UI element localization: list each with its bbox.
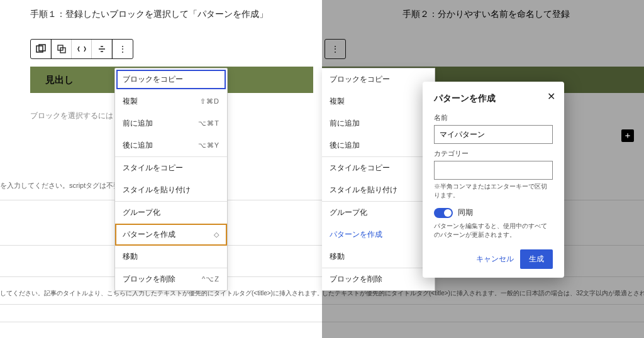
step2-label: 手順２：分かりやすい名前を命名して登録 bbox=[402, 9, 570, 20]
menu-copy-style[interactable]: スタイルをコピー bbox=[115, 157, 227, 179]
menu-delete[interactable]: ブロックを削除^⌥Z bbox=[115, 268, 227, 290]
menu-group[interactable]: グループ化 bbox=[322, 202, 435, 224]
menu-add-before[interactable]: 前に追加 bbox=[322, 112, 435, 134]
diamond-icon: ◇ bbox=[214, 231, 219, 239]
category-hint: ※半角コンマまたはエンターキーで区切ります。 bbox=[434, 182, 553, 200]
menu-create-pattern[interactable]: パターンを作成◇ bbox=[115, 224, 227, 246]
block-options-menu: ブロックをコピー 複製⇧⌘D 前に追加⌥⌘T 後に追加⌥⌘Y スタイルをコピー … bbox=[114, 68, 228, 291]
cancel-button[interactable]: キャンセル bbox=[476, 254, 514, 264]
name-field[interactable] bbox=[434, 125, 553, 144]
menu-add-before[interactable]: 前に追加⌥⌘T bbox=[115, 112, 227, 134]
create-pattern-modal: ✕ パターンを作成 名前 カテゴリー ※半角コンマまたはエンターキーで区切ります… bbox=[423, 82, 564, 278]
category-label: カテゴリー bbox=[434, 149, 553, 158]
toolbar-move-icon[interactable] bbox=[72, 40, 92, 58]
sync-toggle[interactable] bbox=[434, 208, 453, 218]
menu-duplicate[interactable]: 複製 bbox=[322, 90, 435, 112]
toolbar-align-icon[interactable] bbox=[92, 40, 112, 58]
block-options-menu-right: ブロックをコピー 複製 前に追加 後に追加 スタイルをコピー スタイルを貼り付け… bbox=[322, 68, 435, 291]
menu-delete[interactable]: ブロックを削除 bbox=[322, 268, 435, 290]
toolbar-copy-icon[interactable] bbox=[52, 40, 72, 58]
add-block-button[interactable]: ＋ bbox=[621, 129, 634, 142]
close-icon[interactable]: ✕ bbox=[547, 90, 555, 102]
menu-add-after[interactable]: 後に追加⌥⌘Y bbox=[115, 134, 227, 156]
create-button[interactable]: 生成 bbox=[520, 249, 553, 269]
toolbar-block-icon[interactable] bbox=[31, 40, 51, 58]
menu-move[interactable]: 移動 bbox=[322, 246, 435, 268]
toolbar-more-icon[interactable]: ⋮ bbox=[113, 40, 133, 58]
menu-create-pattern[interactable]: パターンを作成 bbox=[322, 224, 435, 246]
menu-copy-block[interactable]: ブロックをコピー bbox=[322, 68, 435, 90]
block-toolbar: ⋮ bbox=[30, 39, 133, 59]
sync-label: 同期 bbox=[458, 207, 473, 218]
name-label: 名前 bbox=[434, 113, 553, 123]
step1-label: 手順１：登録したいブロックを選択して「パターンを作成」 bbox=[30, 9, 268, 20]
menu-copy-style[interactable]: スタイルをコピー bbox=[322, 157, 435, 179]
menu-group[interactable]: グループ化 bbox=[115, 202, 227, 224]
sync-description: パターンを編集すると、使用中のすべてのパターンが更新されます。 bbox=[434, 222, 553, 239]
menu-paste-style[interactable]: スタイルを貼り付け bbox=[322, 179, 435, 201]
block-placeholder-hint: ブロックを選択するには bbox=[30, 111, 113, 121]
menu-add-after[interactable]: 後に追加 bbox=[322, 134, 435, 156]
menu-duplicate[interactable]: 複製⇧⌘D bbox=[115, 90, 227, 112]
category-field[interactable] bbox=[434, 161, 553, 180]
menu-move[interactable]: 移動 bbox=[115, 246, 227, 268]
modal-title: パターンを作成 bbox=[434, 93, 553, 104]
menu-copy-block[interactable]: ブロックをコピー bbox=[115, 68, 227, 90]
menu-paste-style[interactable]: スタイルを貼り付け bbox=[115, 179, 227, 201]
